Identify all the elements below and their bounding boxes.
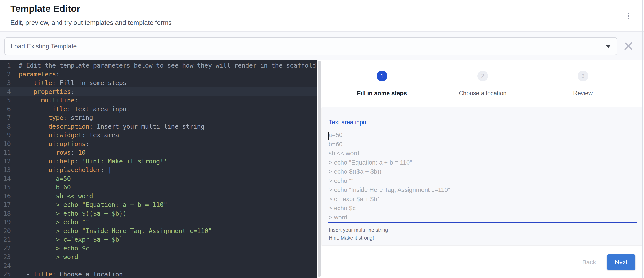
editor-scrollbar[interactable]	[318, 61, 321, 277]
step-connector	[490, 76, 576, 76]
line-number: 25	[0, 270, 11, 278]
line-number: 4	[0, 87, 11, 96]
back-button[interactable]: Back	[574, 255, 604, 270]
step-label: Review	[573, 90, 593, 97]
line-number: 1	[0, 61, 11, 70]
step-connector	[390, 76, 475, 76]
line-number: 7	[0, 113, 11, 122]
next-button[interactable]: Next	[607, 255, 636, 270]
step-circle-2: 2	[478, 71, 488, 81]
close-icon	[623, 41, 634, 51]
code-line: 4 properties:	[0, 87, 317, 96]
line-number: 16	[0, 192, 11, 201]
field-underline	[328, 222, 637, 223]
load-template-placeholder: Load Existing Template	[11, 43, 77, 50]
code-line: 16 sh << word	[0, 192, 317, 201]
line-number: 19	[0, 218, 11, 227]
line-number: 18	[0, 209, 11, 218]
page-right-border	[642, 0, 643, 278]
step-form-card: Text area input a=50 b=60 sh << word > e…	[322, 107, 642, 245]
code-line: 6 title: Text area input	[0, 105, 317, 114]
multiline-textarea[interactable]: a=50 b=60 sh << word > echo "Equation: a…	[328, 130, 638, 223]
line-number: 22	[0, 244, 11, 253]
line-number: 15	[0, 183, 11, 192]
code-line: 11 rows: 10	[0, 148, 317, 157]
step-label: Choose a location	[459, 90, 506, 97]
code-line: 8 description: Insert your multi line st…	[0, 122, 317, 131]
field-description: Insert your multi line string	[329, 227, 388, 233]
code-line: 23 > word	[0, 253, 317, 262]
line-number: 8	[0, 122, 11, 131]
field-label: Text area input	[329, 119, 368, 126]
step-circle-1: 1	[377, 71, 387, 81]
page-subtitle: Edit, preview, and try out templates and…	[10, 19, 172, 26]
code-line: 2parameters:	[0, 70, 317, 79]
line-number: 20	[0, 227, 11, 236]
line-number: 3	[0, 79, 11, 87]
line-number: 11	[0, 148, 11, 157]
code-line: 1# Edit the template parameters below to…	[0, 61, 317, 70]
code-line: 13 ui:placeholder: |	[0, 166, 317, 174]
line-number: 13	[0, 166, 11, 174]
code-line: 19 > echo ""	[0, 218, 317, 227]
line-number: 9	[0, 131, 11, 140]
code-line: 3 - title: Fill in some steps	[0, 79, 317, 87]
line-number: 10	[0, 140, 11, 148]
code-line: 22 > echo $c	[0, 244, 317, 253]
code-line: 21 > c=`expr $a + $b`	[0, 235, 317, 244]
code-line: 5 multiline:	[0, 96, 317, 105]
line-number: 6	[0, 105, 11, 114]
code-line: 12 ui:help: 'Hint: Make it strong!'	[0, 157, 317, 166]
code-line: 24	[0, 262, 317, 270]
step-label: Fill in some steps	[357, 90, 407, 97]
line-number: 17	[0, 201, 11, 209]
code-line: 17 > echo "Equation: a + b = 110"	[0, 201, 317, 209]
line-number: 24	[0, 262, 11, 270]
line-number: 21	[0, 235, 11, 244]
load-template-row: Load Existing Template	[0, 31, 644, 60]
template-preview-panel: 1Fill in some steps2Choose a location3Re…	[322, 60, 642, 278]
code-line: 25 - title: Choose a location	[0, 270, 317, 278]
field-hint: Hint: Make it strong!	[329, 235, 374, 241]
load-template-select[interactable]: Load Existing Template	[4, 37, 617, 55]
page-title: Template Editor	[10, 3, 80, 14]
kebab-menu-icon[interactable]	[622, 10, 634, 22]
chevron-down-icon	[606, 45, 611, 48]
line-number: 23	[0, 253, 11, 262]
line-number: 12	[0, 157, 11, 166]
code-line: 7 type: string	[0, 113, 317, 122]
line-number: 5	[0, 96, 11, 105]
code-line: 14 a=50	[0, 174, 317, 183]
code-line: 9 ui:widget: textarea	[0, 131, 317, 140]
code-line: 20 > echo "Inside Here Tag, Assignment c…	[0, 227, 317, 236]
code-line: 18 > echo $(($a + $b))	[0, 209, 317, 218]
yaml-code-editor[interactable]: 1# Edit the template parameters below to…	[0, 60, 317, 278]
line-number: 2	[0, 70, 11, 79]
code-line: 10 ui:options:	[0, 140, 317, 148]
step-circle-3: 3	[578, 71, 588, 81]
code-line: 15 b=60	[0, 183, 317, 192]
textarea-placeholder: a=50 b=60 sh << word > echo "Equation: a…	[328, 130, 450, 222]
app-header: Template Editor Edit, preview, and try o…	[0, 0, 644, 31]
clear-selection-button[interactable]	[623, 39, 634, 53]
line-number: 14	[0, 174, 11, 183]
